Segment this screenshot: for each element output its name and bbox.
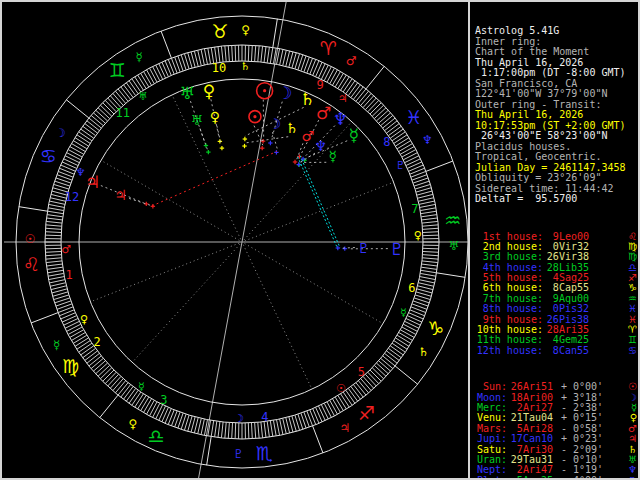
house-number: 1 [65, 268, 72, 282]
degree-tick [62, 316, 77, 323]
degree-tick [68, 327, 82, 335]
degree-tick [138, 395, 146, 409]
sign-ruler-icon: ♄ [418, 345, 429, 359]
wheel-part [31, 313, 58, 323]
saturn-icon: ♄ [286, 120, 299, 136]
wheel-part [66, 100, 89, 118]
degree-tick [400, 330, 414, 338]
degree-tick [387, 123, 400, 133]
zodiac-sign-icon: ♎ [147, 425, 164, 447]
degree-tick [335, 73, 343, 87]
degree-tick [421, 270, 437, 273]
degree-tick [50, 283, 66, 287]
degree-tick [395, 138, 409, 146]
mars-icon: ♂ [316, 103, 331, 123]
sign-ruler-icon: ♅ [449, 239, 460, 253]
degree-tick [144, 399, 152, 413]
degree-tick [66, 324, 80, 331]
wheel-part [426, 161, 453, 171]
degree-tick [248, 45, 249, 61]
planet-label: Plut: [475, 476, 507, 480]
degree-tick [422, 258, 438, 259]
house-number: 7 [411, 202, 418, 216]
degree-tick [89, 356, 101, 366]
degree-tick [420, 208, 436, 211]
neptune-icon: ♆ [333, 109, 348, 129]
degree-tick [47, 211, 63, 214]
degree-tick [327, 68, 335, 82]
degree-tick [316, 407, 323, 422]
chart-info-block: Astrolog 5.41GInner ring:Chart of the Mo… [475, 26, 640, 205]
house-number: 11 [115, 106, 129, 120]
house-cusp-line [90, 243, 239, 302]
degree-tick [324, 403, 331, 417]
planet-leader-line [245, 137, 289, 143]
degree-tick [201, 49, 204, 65]
degree-tick [383, 118, 395, 128]
degree-tick [73, 335, 87, 343]
wheel-part [19, 207, 48, 212]
degree-tick [248, 423, 249, 439]
degree-tick [150, 68, 158, 82]
wheel-part [437, 273, 466, 278]
degree-tick [228, 423, 229, 439]
degree-tick [156, 65, 163, 79]
info-line: DeltaT = 95.5700 [475, 194, 640, 205]
degree-tick [264, 46, 266, 62]
house-number: 6 [408, 281, 415, 295]
sign-ruler-icon: ☽ [55, 126, 66, 140]
house-ruler-icon: ♃ [338, 92, 348, 105]
house-cusp-line [132, 244, 240, 362]
degree-tick [198, 50, 202, 66]
degree-tick [338, 75, 346, 89]
degree-tick [168, 59, 174, 74]
degree-tick [73, 141, 87, 149]
wheel-part [366, 66, 384, 89]
degree-tick [399, 144, 413, 152]
degree-tick [330, 70, 338, 84]
degree-tick [385, 121, 398, 131]
house-cusp-line [245, 182, 394, 241]
degree-tick [162, 62, 169, 77]
degree-tick [123, 85, 133, 98]
degree-tick [75, 138, 89, 146]
house-ruler-icon: ☿ [138, 380, 145, 393]
degree-tick [397, 335, 411, 343]
houses-table: 1st house: 9Leo00♌ 2nd house: 0Vir32♍ 3r… [475, 232, 640, 357]
aspect-line [152, 151, 277, 205]
degree-tick [45, 251, 61, 252]
venus-icon: ♀ [203, 81, 215, 101]
jupiter-icon: ♃ [114, 187, 127, 203]
degree-tick [198, 418, 202, 434]
degree-tick [423, 251, 439, 252]
degree-tick [201, 419, 204, 435]
house-cusp-line [243, 245, 312, 390]
degree-tick [62, 162, 77, 169]
degree-tick [316, 62, 323, 77]
sun-icon [253, 115, 256, 118]
degree-tick [121, 87, 131, 100]
degree-tick [61, 165, 76, 171]
degree-tick [321, 405, 328, 419]
degree-tick [235, 45, 236, 61]
info-line: Chart of the Moment [475, 47, 640, 58]
wheel-part [100, 395, 118, 418]
house-ruler-icon: ♂ [61, 243, 71, 256]
house-ruler-icon: ☉ [336, 382, 346, 395]
degree-tick [422, 264, 438, 266]
info-line: Astrolog 5.41G [475, 26, 640, 37]
house-label: 12th house: [475, 346, 543, 357]
degree-tick [48, 208, 64, 211]
degree-tick [420, 277, 436, 280]
degree-tick [335, 397, 343, 411]
degree-tick [87, 353, 100, 363]
degree-tick [162, 407, 169, 422]
degree-tick [418, 198, 434, 202]
house-number: 12 [65, 190, 79, 204]
degree-tick [286, 51, 290, 67]
degree-tick [353, 385, 363, 398]
degree-tick [264, 422, 266, 438]
degree-tick [159, 406, 166, 421]
degree-tick [153, 66, 160, 80]
degree-tick [215, 421, 217, 437]
